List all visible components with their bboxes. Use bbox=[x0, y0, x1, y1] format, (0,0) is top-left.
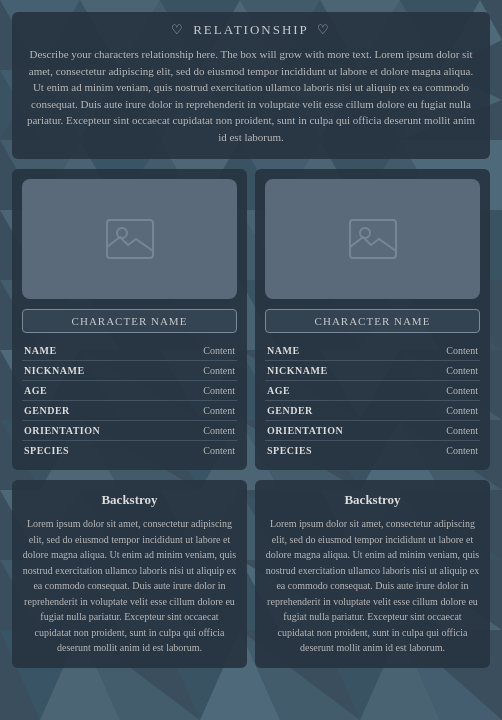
char-name-label-1: NAME bbox=[24, 345, 57, 356]
char-species-value-1: Content bbox=[203, 445, 235, 456]
characters-row: CHARACTER NAME NAME Content NICKNAME Con… bbox=[12, 169, 490, 470]
backstory-card-1: Backstroy Lorem ipsum dolor sit amet, co… bbox=[12, 480, 247, 668]
char-nickname-label-1: NICKNAME bbox=[24, 365, 85, 376]
char-species-value-2: Content bbox=[446, 445, 478, 456]
relationship-title-text: RELATIONSHIP bbox=[193, 22, 309, 38]
heart-right-icon: ♡ bbox=[317, 22, 331, 38]
char-gender-value-2: Content bbox=[446, 405, 478, 416]
svg-point-104 bbox=[360, 228, 370, 238]
table-row: ORIENTATION Content bbox=[265, 421, 480, 441]
char-species-label-1: SPECIES bbox=[24, 445, 69, 456]
table-row: GENDER Content bbox=[265, 401, 480, 421]
table-row: NICKNAME Content bbox=[22, 361, 237, 381]
backstory-row: Backstroy Lorem ipsum dolor sit amet, co… bbox=[12, 480, 490, 668]
table-row: AGE Content bbox=[22, 381, 237, 401]
character-card-2: CHARACTER NAME NAME Content NICKNAME Con… bbox=[255, 169, 490, 470]
char-nickname-value-1: Content bbox=[203, 365, 235, 376]
main-content: ♡ RELATIONSHIP ♡ Describe your character… bbox=[0, 0, 502, 680]
svg-rect-103 bbox=[350, 220, 396, 258]
heart-left-icon: ♡ bbox=[171, 22, 185, 38]
char-gender-label-1: GENDER bbox=[24, 405, 70, 416]
char-nickname-value-2: Content bbox=[446, 365, 478, 376]
table-row: AGE Content bbox=[265, 381, 480, 401]
relationship-description-text: Describe your characters relationship he… bbox=[27, 48, 475, 143]
relationship-description: Describe your characters relationship he… bbox=[26, 46, 476, 145]
character-card-1: CHARACTER NAME NAME Content NICKNAME Con… bbox=[12, 169, 247, 470]
character-info-table-1: NAME Content NICKNAME Content AGE Conten… bbox=[22, 341, 237, 460]
char-species-label-2: SPECIES bbox=[267, 445, 312, 456]
table-row: GENDER Content bbox=[22, 401, 237, 421]
character-image-2 bbox=[265, 179, 480, 299]
character-image-1 bbox=[22, 179, 237, 299]
char-nickname-label-2: NICKNAME bbox=[267, 365, 328, 376]
svg-rect-101 bbox=[107, 220, 153, 258]
image-placeholder-icon-2 bbox=[349, 219, 397, 259]
char-orientation-label-1: ORIENTATION bbox=[24, 425, 100, 436]
char-orientation-value-1: Content bbox=[203, 425, 235, 436]
character-info-table-2: NAME Content NICKNAME Content AGE Conten… bbox=[265, 341, 480, 460]
character-name-label-2: CHARACTER NAME bbox=[315, 315, 431, 327]
table-row: NICKNAME Content bbox=[265, 361, 480, 381]
svg-point-102 bbox=[117, 228, 127, 238]
char-name-value-2: Content bbox=[446, 345, 478, 356]
char-age-value-1: Content bbox=[203, 385, 235, 396]
relationship-title: ♡ RELATIONSHIP ♡ bbox=[26, 22, 476, 38]
char-gender-value-1: Content bbox=[203, 405, 235, 416]
table-row: SPECIES Content bbox=[265, 441, 480, 460]
backstory-text-1: Lorem ipsum dolor sit amet, consectetur … bbox=[22, 516, 237, 656]
table-row: NAME Content bbox=[22, 341, 237, 361]
image-placeholder-icon-1 bbox=[106, 219, 154, 259]
relationship-section: ♡ RELATIONSHIP ♡ Describe your character… bbox=[12, 12, 490, 159]
backstory-title-1: Backstroy bbox=[22, 492, 237, 508]
backstory-text-2: Lorem ipsum dolor sit amet, consectetur … bbox=[265, 516, 480, 656]
char-name-value-1: Content bbox=[203, 345, 235, 356]
char-age-value-2: Content bbox=[446, 385, 478, 396]
char-name-label-2: NAME bbox=[267, 345, 300, 356]
char-age-label-2: AGE bbox=[267, 385, 290, 396]
char-age-label-1: AGE bbox=[24, 385, 47, 396]
char-gender-label-2: GENDER bbox=[267, 405, 313, 416]
character-name-box-2: CHARACTER NAME bbox=[265, 309, 480, 333]
char-orientation-label-2: ORIENTATION bbox=[267, 425, 343, 436]
backstory-title-2: Backstroy bbox=[265, 492, 480, 508]
character-name-box-1: CHARACTER NAME bbox=[22, 309, 237, 333]
char-orientation-value-2: Content bbox=[446, 425, 478, 436]
table-row: ORIENTATION Content bbox=[22, 421, 237, 441]
table-row: NAME Content bbox=[265, 341, 480, 361]
backstory-card-2: Backstroy Lorem ipsum dolor sit amet, co… bbox=[255, 480, 490, 668]
character-name-label-1: CHARACTER NAME bbox=[72, 315, 188, 327]
table-row: SPECIES Content bbox=[22, 441, 237, 460]
